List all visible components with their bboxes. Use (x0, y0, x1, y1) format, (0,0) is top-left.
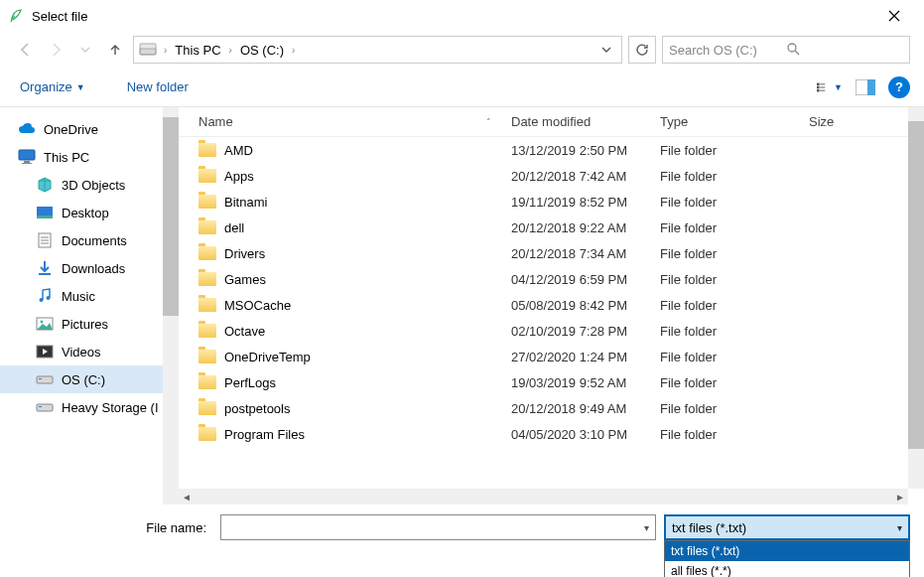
search-input[interactable]: Search OS (C:) (662, 36, 910, 64)
video-icon (36, 343, 54, 361)
sidebar-item[interactable]: Desktop (0, 199, 179, 226)
app-icon (8, 8, 24, 24)
svg-rect-6 (820, 83, 825, 84)
svg-rect-3 (817, 82, 820, 85)
table-row[interactable]: Bitnami19/11/2019 8:52 PMFile folder (179, 189, 908, 215)
file-type: File folder (650, 143, 799, 158)
svg-point-2 (788, 44, 796, 52)
table-row[interactable]: Games04/12/2019 6:59 PMFile folder (179, 266, 908, 292)
file-name: Games (224, 272, 266, 287)
column-headers: Name˄ Date modified Type Size (179, 107, 924, 137)
file-name: Drivers (224, 246, 265, 261)
column-size[interactable]: Size (799, 114, 908, 129)
file-type-filter[interactable]: txt files (*.txt) ▾ txt files (*.txt) al… (664, 514, 910, 540)
chevron-right-icon: › (225, 45, 236, 56)
file-type: File folder (650, 195, 799, 210)
table-row[interactable]: PerfLogs19/03/2019 9:52 AMFile folder (179, 369, 908, 395)
svg-rect-5 (817, 88, 820, 91)
sidebar-item[interactable]: This PC (0, 143, 179, 171)
filter-option[interactable]: txt files (*.txt) (665, 541, 909, 561)
sort-arrow-icon: ˄ (486, 117, 491, 127)
sidebar-item[interactable]: OneDrive (0, 115, 179, 143)
table-row[interactable]: Apps20/12/2018 7:42 AMFile folder (179, 163, 908, 189)
breadcrumb-item[interactable]: OS (C:) (238, 43, 286, 58)
sidebar-item[interactable]: Downloads (0, 254, 179, 282)
bottom-bar: File name: ▾ txt files (*.txt) ▾ txt fil… (0, 505, 924, 550)
filename-input[interactable]: ▾ (220, 514, 656, 540)
breadcrumb-item[interactable]: This PC (173, 43, 222, 58)
window-title: Select file (32, 9, 871, 24)
table-row[interactable]: OneDriveTemp27/02/2020 1:24 PMFile folde… (179, 344, 908, 369)
folder-icon (198, 220, 216, 234)
folder-icon (198, 324, 216, 338)
search-placeholder: Search OS (C:) (669, 43, 786, 58)
vertical-scroll-thumb[interactable] (908, 121, 924, 449)
sidebar-scrollbar[interactable] (163, 107, 179, 505)
folder-icon (198, 195, 216, 209)
folder-icon (198, 401, 216, 415)
folder-icon (198, 246, 216, 260)
file-name: Bitnami (224, 195, 267, 210)
chevron-down-icon: ▾ (897, 522, 902, 533)
sidebar-item-label: Pictures (62, 317, 108, 332)
file-name: OneDriveTemp (224, 350, 311, 364)
titlebar: Select file (0, 0, 924, 32)
file-type: File folder (650, 169, 799, 184)
column-date[interactable]: Date modified (501, 114, 650, 129)
file-date: 19/03/2019 9:52 AM (501, 375, 650, 390)
help-button[interactable]: ? (888, 76, 910, 98)
sidebar-item-label: OneDrive (44, 122, 98, 137)
file-type: File folder (650, 246, 799, 261)
refresh-button[interactable] (628, 36, 656, 64)
folder-icon (198, 169, 216, 183)
up-button[interactable] (103, 38, 127, 62)
recent-dropdown[interactable] (73, 38, 97, 62)
3d-icon (36, 176, 54, 194)
svg-point-21 (40, 298, 44, 302)
table-row[interactable]: Octave02/10/2019 7:28 PMFile folder (179, 318, 908, 344)
scroll-right-icon[interactable]: ► (892, 489, 908, 505)
scroll-left-icon[interactable]: ◄ (179, 489, 195, 505)
sidebar-item[interactable]: OS (C:) (0, 365, 179, 393)
file-type-dropdown: txt files (*.txt) all files (*.*) (664, 540, 910, 577)
vertical-scrollbar[interactable] (908, 107, 924, 489)
horizontal-scrollbar[interactable]: ◄ ► (179, 489, 908, 505)
column-type[interactable]: Type (650, 114, 799, 129)
table-row[interactable]: postpetools20/12/2018 9:49 AMFile folder (179, 395, 908, 421)
new-folder-button[interactable]: New folder (121, 75, 195, 98)
view-button[interactable]: ▼ (817, 75, 843, 99)
sidebar-item-label: This PC (44, 150, 89, 165)
sidebar-scroll-thumb[interactable] (163, 117, 179, 316)
filter-option[interactable]: all files (*.*) (665, 561, 909, 577)
sidebar-item[interactable]: Pictures (0, 310, 179, 338)
organize-button[interactable]: Organize ▼ (14, 75, 91, 98)
file-date: 20/12/2018 9:22 AM (501, 220, 650, 235)
sidebar-item-label: Music (62, 289, 95, 304)
drive-icon (36, 398, 54, 416)
forward-button[interactable] (44, 38, 67, 62)
table-row[interactable]: dell20/12/2018 9:22 AMFile folder (179, 215, 908, 240)
svg-rect-11 (19, 150, 35, 160)
svg-rect-4 (817, 85, 820, 88)
sidebar-item[interactable]: Videos (0, 338, 179, 365)
table-row[interactable]: Program Files04/05/2020 3:10 PMFile fold… (179, 421, 908, 447)
chevron-down-icon[interactable]: ▾ (644, 522, 649, 533)
table-row[interactable]: AMD13/12/2019 2:50 PMFile folder (179, 137, 908, 163)
file-date: 27/02/2020 1:24 PM (501, 350, 650, 364)
sidebar-item[interactable]: 3D Objects (0, 171, 179, 199)
breadcrumb-dropdown[interactable] (595, 43, 617, 58)
table-row[interactable]: Drivers20/12/2018 7:34 AMFile folder (179, 240, 908, 266)
body: OneDriveThis PC3D ObjectsDesktopDocument… (0, 107, 924, 505)
back-button[interactable] (14, 38, 38, 62)
preview-pane-button[interactable] (853, 75, 878, 99)
sidebar-item[interactable]: Music (0, 282, 179, 310)
file-list: Name˄ Date modified Type Size AMD13/12/2… (179, 107, 924, 505)
table-row[interactable]: MSOCache05/08/2019 8:42 PMFile folder (179, 292, 908, 318)
svg-rect-10 (867, 79, 875, 95)
sidebar-item[interactable]: Heavy Storage (I (0, 393, 179, 421)
close-button[interactable] (871, 0, 916, 32)
caret-down-icon: ▼ (76, 82, 85, 92)
sidebar-item[interactable]: Documents (0, 226, 179, 254)
breadcrumb[interactable]: › This PC › OS (C:) › (133, 36, 622, 64)
column-name[interactable]: Name˄ (179, 114, 501, 129)
